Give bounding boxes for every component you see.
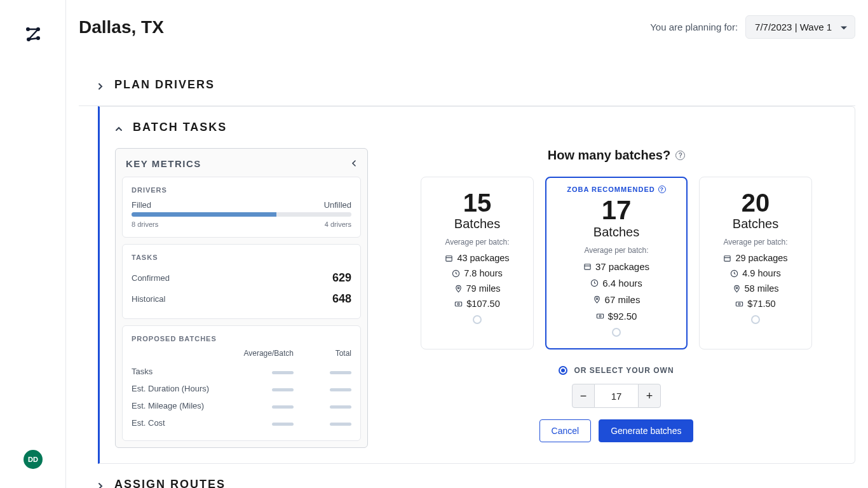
- tasks-title: TASKS: [132, 254, 351, 261]
- proposed-row: Est. Cost: [132, 414, 351, 431]
- money-icon: [454, 300, 463, 308]
- sidebar: DD: [0, 0, 66, 488]
- drivers-progress-bar: [132, 212, 351, 217]
- loading-placeholder: [330, 371, 351, 374]
- help-icon[interactable]: ?: [675, 151, 685, 160]
- batch-count: 15: [428, 190, 527, 215]
- svg-rect-10: [585, 264, 590, 269]
- batch-option-17[interactable]: ZOBA RECOMMENDED ? 17 Batches Average pe…: [545, 177, 688, 349]
- svg-point-13: [596, 298, 598, 300]
- user-avatar[interactable]: DD: [24, 450, 43, 469]
- loading-placeholder: [330, 405, 351, 409]
- chevron-up-icon: [115, 124, 123, 132]
- batch-radio[interactable]: [751, 315, 760, 324]
- clock-icon: [730, 269, 738, 278]
- pin-icon: [733, 285, 741, 293]
- stepper-decrement[interactable]: −: [572, 384, 595, 408]
- batch-tasks-body: KEY METRICS DRIVERS Filled Unfilled: [100, 148, 855, 448]
- drivers-card: DRIVERS Filled Unfilled 8 drivers 4 driv…: [122, 177, 361, 238]
- section-title: PLAN DRIVERS: [114, 78, 215, 92]
- svg-rect-8: [456, 302, 462, 306]
- pin-icon: [454, 285, 463, 293]
- proposed-row: Tasks: [132, 363, 351, 380]
- col-total: Total: [294, 349, 351, 358]
- section-plan-drivers: PLAN DRIVERS: [79, 64, 855, 106]
- unfilled-count: 4 drivers: [325, 220, 351, 228]
- drivers-title: DRIVERS: [132, 186, 351, 194]
- loading-placeholder: [330, 388, 351, 391]
- section-title: BATCH TASKS: [133, 121, 227, 134]
- unfilled-label: Unfilled: [324, 200, 351, 210]
- chevron-right-icon: [97, 81, 104, 89]
- svg-point-21: [738, 303, 740, 305]
- col-avg-batch: Average/Batch: [236, 349, 294, 358]
- chevron-left-icon: [351, 160, 357, 166]
- proposed-title: PROPOSED BATCHES: [132, 335, 351, 342]
- help-icon[interactable]: ?: [658, 186, 666, 193]
- section-assign-routes-toggle[interactable]: ASSIGN ROUTES: [79, 464, 855, 488]
- own-radio-selected[interactable]: [559, 366, 567, 375]
- clock-icon: [452, 269, 460, 278]
- batch-option-20[interactable]: 20 Batches Average per batch: 29 package…: [699, 177, 812, 349]
- loading-placeholder: [330, 423, 351, 426]
- filled-count: 8 drivers: [132, 220, 158, 228]
- historical-value: 648: [332, 292, 351, 306]
- money-icon: [735, 300, 743, 308]
- batch-count: 20: [706, 190, 805, 215]
- batches-word: Batches: [553, 225, 680, 240]
- section-batch-tasks-toggle[interactable]: BATCH TASKS: [100, 107, 855, 148]
- proposed-row: Est. Duration (Hours): [132, 380, 351, 397]
- confirmed-value: 629: [332, 271, 351, 285]
- svg-rect-16: [724, 255, 730, 261]
- key-metrics-panel: KEY METRICS DRIVERS Filled Unfilled: [115, 148, 368, 448]
- avg-label: Average per batch:: [553, 246, 680, 255]
- batch-radio[interactable]: [473, 315, 482, 324]
- svg-rect-4: [446, 255, 452, 261]
- plan-context-label: You are planning for:: [650, 22, 738, 32]
- section-assign-routes: ASSIGN ROUTES: [79, 464, 855, 488]
- loading-placeholder: [272, 388, 294, 391]
- batches-word: Batches: [428, 217, 527, 231]
- proposed-batches-card: PROPOSED BATCHES Average/Batch Total Tas…: [122, 325, 361, 441]
- plan-context: You are planning for: 7/7/2023 | Wave 1: [650, 15, 855, 39]
- filled-label: Filled: [132, 200, 151, 210]
- cancel-button[interactable]: Cancel: [539, 419, 592, 442]
- package-icon: [583, 262, 592, 271]
- own-label: OR SELECT YOUR OWN: [574, 366, 674, 375]
- svg-rect-20: [736, 302, 743, 306]
- section-plan-drivers-toggle[interactable]: PLAN DRIVERS: [79, 64, 855, 105]
- money-icon: [596, 312, 604, 320]
- pin-icon: [593, 295, 601, 304]
- stepper-value[interactable]: 17: [595, 384, 638, 408]
- tasks-card: TASKS Confirmed 629 Historical 648: [122, 244, 361, 319]
- main-content: Dallas, TX You are planning for: 7/7/202…: [66, 0, 868, 488]
- stepper-increment[interactable]: +: [638, 384, 661, 408]
- select-own-row[interactable]: OR SELECT YOUR OWN: [559, 366, 674, 375]
- batch-radio[interactable]: [612, 328, 621, 337]
- batches-panel: How many batches? ? 15 Batches Average p…: [393, 148, 839, 448]
- proposed-row: Est. Mileage (Miles): [132, 397, 351, 414]
- avg-label: Average per batch:: [428, 238, 527, 247]
- key-metrics-collapse[interactable]: [351, 158, 357, 169]
- svg-point-7: [458, 287, 459, 288]
- loading-placeholder: [272, 405, 294, 409]
- section-title: ASSIGN ROUTES: [114, 478, 226, 488]
- chevron-right-icon: [97, 481, 104, 489]
- section-batch-tasks: BATCH TASKS KEY METRICS DRIVERS Filled U…: [98, 106, 855, 464]
- svg-rect-14: [597, 314, 603, 318]
- generate-batches-button[interactable]: Generate batches: [599, 419, 693, 442]
- batch-count: 17: [553, 197, 680, 224]
- batches-question: How many batches? ?: [548, 148, 685, 163]
- package-icon: [445, 254, 453, 262]
- actions-row: Cancel Generate batches: [539, 419, 694, 442]
- loading-placeholder: [272, 371, 294, 374]
- svg-point-19: [736, 287, 738, 288]
- date-wave-select[interactable]: 7/7/2023 | Wave 1: [745, 15, 855, 39]
- package-icon: [723, 254, 731, 262]
- batch-option-15[interactable]: 15 Batches Average per batch: 43 package…: [421, 177, 534, 349]
- drivers-progress-fill: [132, 212, 276, 217]
- batch-cards: 15 Batches Average per batch: 43 package…: [421, 177, 812, 349]
- svg-point-9: [458, 303, 459, 305]
- page-title: Dallas, TX: [79, 17, 164, 37]
- batch-stepper: − 17 +: [572, 384, 661, 408]
